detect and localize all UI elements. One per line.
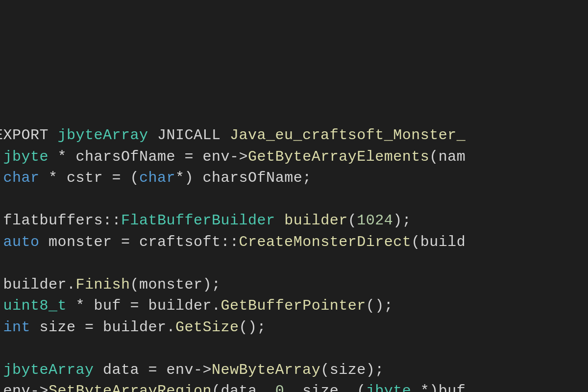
code-line[interactable]: uint8_t * buf = builder.GetBufferPointer… — [0, 295, 588, 317]
code-token: (size); — [320, 362, 384, 378]
code-token: CreateMonsterDirect — [239, 234, 412, 250]
code-line[interactable]: int size = builder.GetSize(); — [0, 317, 588, 339]
code-token: * buf = builder. — [67, 297, 221, 314]
code-token: SetByteArrayRegion — [49, 383, 212, 392]
code-editor[interactable]: EXPORT jbyteArray JNICALL Java_eu_crafts… — [0, 82, 588, 392]
code-token: char — [3, 170, 40, 186]
code-line[interactable]: char * cstr = (char*) charsOfName; — [0, 168, 588, 189]
code-token: 1024 — [357, 212, 393, 229]
code-token: builder — [284, 212, 348, 229]
code-line[interactable]: jbyte * charsOfName = env->GetByteArrayE… — [0, 147, 588, 168]
code-token: (); — [366, 297, 393, 314]
code-token: GetBufferPointer — [221, 297, 366, 314]
code-token: (data, — [212, 383, 275, 392]
code-token: ( — [348, 212, 357, 229]
code-line[interactable] — [0, 253, 588, 274]
code-token: char — [139, 170, 175, 186]
code-token — [0, 340, 3, 357]
code-line[interactable]: flatbuffers::FlatBufferBuilder builder(1… — [0, 210, 588, 232]
code-token: * charsOfName = env-> — [49, 148, 248, 165]
code-token: (build — [411, 234, 466, 250]
code-token: , size, ( — [284, 383, 366, 392]
code-line[interactable]: auto monster = craftsoft::CreateMonsterD… — [0, 232, 588, 253]
code-token: Finish — [76, 276, 130, 293]
code-token: int — [3, 319, 31, 336]
code-token: GetSize — [175, 319, 239, 336]
code-token: *)buf — [411, 383, 466, 392]
code-token: size = builder. — [30, 319, 175, 336]
code-token: env-> — [0, 383, 49, 392]
code-token: jbyte — [366, 383, 412, 392]
code-token: (monster); — [130, 276, 221, 293]
code-line[interactable]: EXPORT jbyteArray JNICALL Java_eu_crafts… — [0, 125, 588, 147]
code-line[interactable]: builder.Finish(monster); — [0, 274, 588, 296]
code-token: 0 — [275, 383, 285, 392]
code-token: monster = craftsoft:: — [40, 234, 239, 250]
code-token: JNICALL — [148, 127, 230, 144]
code-token: EXPORT — [0, 127, 58, 144]
code-token: Java_eu_craftsoft_Monster_ — [230, 127, 466, 144]
code-token: (nam — [429, 148, 466, 165]
code-token: ); — [393, 212, 411, 229]
code-token — [275, 212, 285, 229]
code-line[interactable]: env->SetByteArrayRegion(data, 0, size, (… — [0, 381, 588, 392]
code-token: flatbuffers:: — [0, 212, 121, 229]
code-token: *) charsOfName; — [175, 170, 312, 186]
code-token: (); — [239, 319, 267, 336]
code-token — [0, 191, 3, 208]
code-token: jbyte — [3, 148, 49, 165]
code-token: auto — [3, 234, 40, 250]
code-token: GetByteArrayElements — [248, 148, 429, 165]
code-token: uint8_t — [3, 297, 67, 314]
code-token: jbyteArray — [58, 127, 148, 144]
code-line[interactable]: jbyteArray data = env->NewByteArray(size… — [0, 360, 588, 381]
code-token: * cstr = ( — [40, 170, 140, 186]
code-token: NewByteArray — [212, 362, 320, 378]
code-token: builder. — [0, 276, 76, 293]
code-token — [0, 255, 3, 271]
code-line[interactable] — [0, 338, 588, 360]
code-token: jbyteArray — [3, 362, 94, 378]
code-token: data = env-> — [94, 362, 212, 378]
code-line[interactable] — [0, 189, 588, 211]
code-token: FlatBufferBuilder — [121, 212, 275, 229]
